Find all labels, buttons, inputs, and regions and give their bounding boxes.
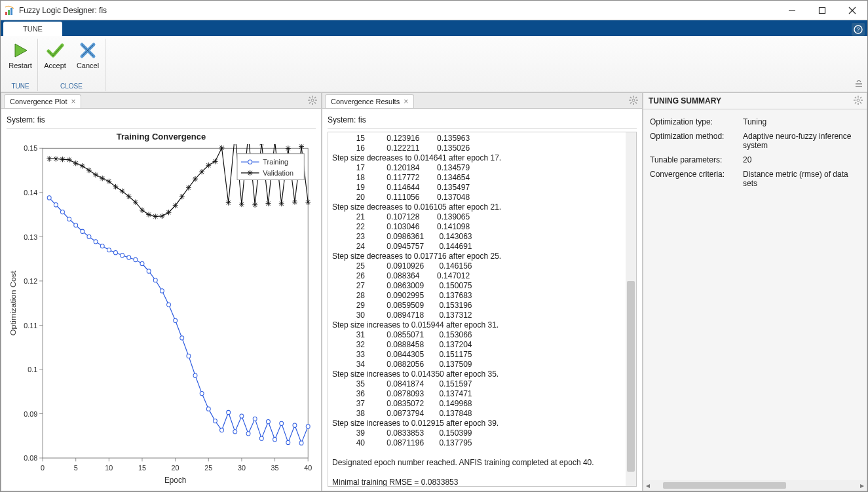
doc-tabs-left: Convergence Plot × <box>1 93 321 109</box>
tuning-summary-panel: TUNING SUMMARY Optimization type:Tuning … <box>643 92 867 491</box>
svg-text:Epoch: Epoch <box>164 475 186 484</box>
svg-point-66 <box>114 251 118 255</box>
collapse-toolstrip-icon[interactable] <box>854 80 863 89</box>
svg-point-89 <box>266 420 270 424</box>
svg-point-98 <box>248 160 252 164</box>
gear-icon[interactable] <box>308 96 317 107</box>
svg-point-63 <box>94 240 98 244</box>
svg-point-87 <box>253 417 257 421</box>
svg-line-118 <box>860 97 861 98</box>
accept-button[interactable]: Accept <box>39 39 71 72</box>
tab-label: Convergence Results <box>331 98 400 105</box>
svg-point-94 <box>299 441 303 445</box>
play-icon <box>11 41 29 60</box>
convergence-results-panel: Convergence Results × System: fis 15 0.1… <box>322 92 643 491</box>
svg-line-119 <box>855 102 856 104</box>
svg-text:?: ? <box>856 26 859 33</box>
svg-point-68 <box>127 255 131 259</box>
svg-text:0.1: 0.1 <box>28 366 37 373</box>
row-tunable: Tunable parameters:20 <box>650 153 860 167</box>
svg-point-111 <box>857 99 859 102</box>
row-opt-method: Optimization method:Adaptive neuro-fuzzy… <box>650 129 860 153</box>
svg-text:Optimization Cost: Optimization Cost <box>9 271 18 336</box>
svg-text:0: 0 <box>41 464 45 472</box>
cancel-button[interactable]: Cancel <box>72 39 104 72</box>
svg-text:30: 30 <box>238 464 246 472</box>
scrollbar-horizontal[interactable]: ◂ ▸ <box>643 480 867 491</box>
scroll-right-icon[interactable]: ▸ <box>858 481 867 490</box>
svg-point-71 <box>147 269 151 273</box>
svg-text:5: 5 <box>74 464 78 472</box>
restart-button[interactable]: Restart <box>5 39 36 72</box>
svg-point-64 <box>100 244 104 248</box>
window-minimize-button[interactable] <box>777 1 807 20</box>
svg-point-84 <box>233 430 237 434</box>
scrollbar-vertical[interactable] <box>626 132 636 486</box>
svg-point-10 <box>311 99 314 102</box>
window-close-button[interactable] <box>837 1 867 20</box>
gear-icon[interactable] <box>854 96 863 107</box>
toolstrip-group-tune: Restart TUNE <box>3 39 38 91</box>
help-icon[interactable]: ? <box>852 23 865 36</box>
svg-text:Training: Training <box>263 158 288 166</box>
svg-line-107 <box>630 97 632 98</box>
svg-point-102 <box>632 99 635 102</box>
results-textarea[interactable]: 15 0.123916 0.135963 16 0.122211 0.13502… <box>328 132 637 487</box>
svg-text:40: 40 <box>304 464 312 472</box>
doc-tabs-center: Convergence Results × <box>322 93 642 109</box>
toolstrip: Restart TUNE Accept Cancel CLOSE <box>1 36 867 92</box>
window-title: Fuzzy Logic Designer: fis <box>19 6 777 15</box>
svg-point-95 <box>306 425 310 428</box>
svg-point-79 <box>200 391 204 395</box>
svg-point-56 <box>47 196 51 200</box>
tuning-summary-body: Optimization type:Tuning Optimization me… <box>643 109 867 491</box>
svg-rect-19 <box>43 148 308 458</box>
svg-point-67 <box>121 254 124 257</box>
svg-rect-1 <box>8 10 10 15</box>
tab-label: Convergence Plot <box>10 98 67 105</box>
svg-point-86 <box>246 432 250 436</box>
svg-line-17 <box>314 97 316 98</box>
svg-point-91 <box>280 421 284 425</box>
svg-point-70 <box>140 261 144 265</box>
ribbon-tab-tune[interactable]: TUNE <box>3 22 62 36</box>
svg-text:0.14: 0.14 <box>24 189 37 197</box>
close-icon[interactable]: × <box>71 97 75 106</box>
svg-line-18 <box>309 102 311 104</box>
svg-point-60 <box>74 223 78 227</box>
svg-text:Validation: Validation <box>263 169 293 177</box>
tab-convergence-results[interactable]: Convergence Results × <box>325 94 414 108</box>
scroll-left-icon[interactable]: ◂ <box>643 481 652 490</box>
svg-point-72 <box>153 278 157 282</box>
tuning-summary-title: TUNING SUMMARY <box>643 93 867 109</box>
svg-point-75 <box>174 318 178 322</box>
system-label-center: System: fis <box>328 113 637 129</box>
toolstrip-group-close: Accept Cancel CLOSE <box>38 39 105 91</box>
cross-icon <box>79 41 97 60</box>
svg-point-58 <box>61 210 65 214</box>
titlebar: Fuzzy Logic Designer: fis <box>1 1 867 20</box>
group-label-close: CLOSE <box>60 81 83 91</box>
gear-icon[interactable] <box>629 96 638 107</box>
scrollbar-thumb[interactable] <box>627 281 635 472</box>
svg-rect-4 <box>820 7 825 13</box>
window-maximize-button[interactable] <box>807 1 837 20</box>
svg-text:0.11: 0.11 <box>24 321 37 329</box>
svg-text:25: 25 <box>204 464 212 472</box>
svg-line-117 <box>860 102 861 104</box>
svg-line-110 <box>630 102 632 104</box>
svg-text:0.13: 0.13 <box>24 233 37 240</box>
svg-point-81 <box>213 419 217 423</box>
svg-line-109 <box>635 97 637 98</box>
svg-rect-0 <box>5 12 7 15</box>
system-label-left: System: fis <box>7 113 316 129</box>
scrollbar-thumb[interactable] <box>663 482 786 489</box>
svg-point-83 <box>227 410 231 414</box>
svg-point-85 <box>240 414 244 418</box>
close-icon[interactable]: × <box>404 97 408 106</box>
chart: 0.080.090.10.110.120.130.140.15051015202… <box>7 144 316 487</box>
app-window: Fuzzy Logic Designer: fis TUNE ? Restart… <box>0 0 868 492</box>
svg-point-78 <box>193 373 197 377</box>
tab-convergence-plot[interactable]: Convergence Plot × <box>4 94 81 108</box>
svg-text:0.15: 0.15 <box>24 144 37 152</box>
